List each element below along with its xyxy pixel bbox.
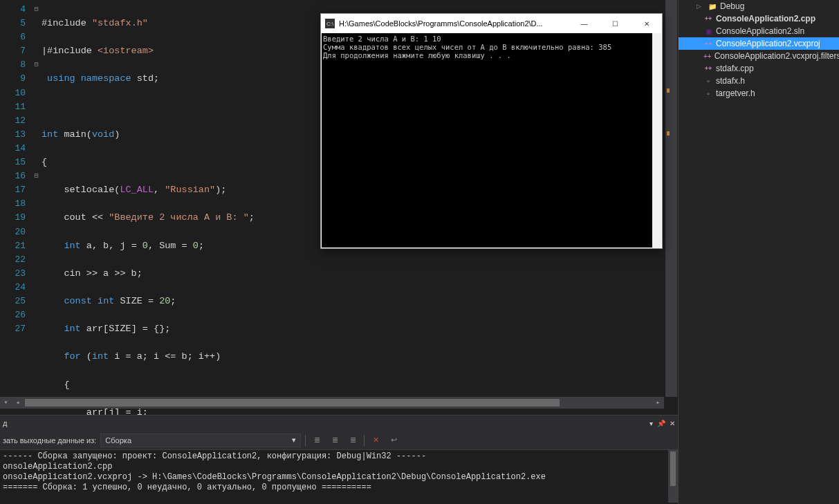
tree-label: targetver.h [716,88,755,98]
tree-label: stdafx.cpp [716,64,754,73]
expand-arrow-icon[interactable]: ▷ [697,3,705,10]
scroll-right-icon[interactable]: ▸ [652,397,664,409]
dropdown-icon[interactable]: ▾ [649,420,653,427]
vcx-file-icon: ++ [703,51,712,61]
tree-label: Debug [720,1,744,11]
h-file-icon: ▫ [703,88,713,98]
console-titlebar[interactable]: C:\ H:\Games\CodeBlocks\Programms\Consol… [321,14,662,33]
editor-horizontal-scrollbar[interactable]: ▾ ◂ ▸ [0,397,664,409]
vcx-file-icon: ++ [703,39,713,48]
fold-column[interactable]: ⊟⊟⊟ [31,0,42,413]
output-vertical-scrollbar[interactable] [668,450,678,503]
output-panel[interactable]: д ▾ 📌 ✕ зать выходные данные из: Сборка … [0,415,678,504]
tree-item-sln[interactable]: ▣ ConsoleApplication2.sln [679,25,839,37]
clear-icon[interactable]: ≣ [346,433,360,447]
pin-icon[interactable]: 📌 [657,420,665,427]
console-output[interactable]: Введите 2 числа A и B: 1 10 Сумма квадра… [322,33,661,248]
editor-vertical-scrollbar[interactable] [665,0,677,397]
scroll-thumb[interactable] [670,451,676,486]
output-title-text: д [3,419,7,427]
goto-prev-icon[interactable]: ≣ [310,433,324,447]
tree-item-stdafx-cpp[interactable]: ++ stdafx.cpp [679,62,839,75]
tree-item-debug[interactable]: ▷ 📁 Debug [679,0,839,12]
console-app-icon: C:\ [325,19,335,28]
output-source-value: Сборка [105,436,131,445]
word-wrap-icon[interactable]: ↩ [387,433,400,447]
tree-item-vcxfilters[interactable]: ++ ConsoleApplication2.vcxproj.filters [679,50,839,62]
tree-item-targetver-h[interactable]: ▫ targetver.h [679,87,839,100]
output-source-combo[interactable]: Сборка ▾ [100,433,301,447]
tree-item-vcxproj[interactable]: ++ ConsoleApplication2.vcxproj [679,37,839,50]
chevron-down-icon: ▾ [292,436,296,445]
tree-label: ConsoleApplication2.cpp [716,14,815,24]
console-title-text: H:\Games\CodeBlocks\Programms\ConsoleApp… [339,19,569,28]
scroll-left-icon[interactable]: ◂ [12,397,24,409]
cpp-file-icon: ++ [703,14,713,24]
tree-label: stdafx.h [716,76,745,86]
tree-label: ConsoleApplication2.vcxproj [716,39,820,48]
close-icon[interactable]: ✕ [670,420,675,427]
h-file-icon: ▫ [703,76,713,86]
minimize-button[interactable]: — [569,14,600,33]
line-number-gutter: 456789 101112131415 161718192021 2223242… [0,0,31,413]
close-button[interactable]: ✕ [631,14,662,33]
cpp-file-icon: ++ [703,64,713,73]
tree-label: ConsoleApplication2.vcxproj.filters [714,51,839,61]
clear-all-icon[interactable]: ✕ [369,433,382,447]
console-window[interactable]: C:\ H:\Games\CodeBlocks\Programms\Consol… [320,13,663,249]
folder-icon: 📁 [708,1,717,11]
output-toolbar: зать выходные данные из: Сборка ▾ ≣ ≣ ≣ … [0,431,678,450]
tree-label: ConsoleApplication2.sln [716,26,804,36]
split-dropdown-icon[interactable]: ▾ [0,397,12,409]
maximize-button[interactable]: ☐ [600,14,631,33]
tree-item-stdafx-h[interactable]: ▫ stdafx.h [679,75,839,87]
console-scrollbar[interactable] [652,33,661,248]
output-source-label: зать выходные данные из: [3,436,96,445]
solution-explorer[interactable]: ▷ 📁 Debug ++ ConsoleApplication2.cpp ▣ C… [678,0,839,504]
scroll-thumb[interactable] [25,399,560,407]
output-content[interactable]: ------ Сборка запущено: проект: ConsoleA… [0,450,678,494]
sln-file-icon: ▣ [703,26,713,36]
file-tree[interactable]: ▷ 📁 Debug ++ ConsoleApplication2.cpp ▣ C… [679,0,839,100]
tree-item-cpp[interactable]: ++ ConsoleApplication2.cpp [679,12,839,25]
goto-next-icon[interactable]: ≣ [328,433,342,447]
output-panel-header: д ▾ 📌 ✕ [0,416,678,431]
